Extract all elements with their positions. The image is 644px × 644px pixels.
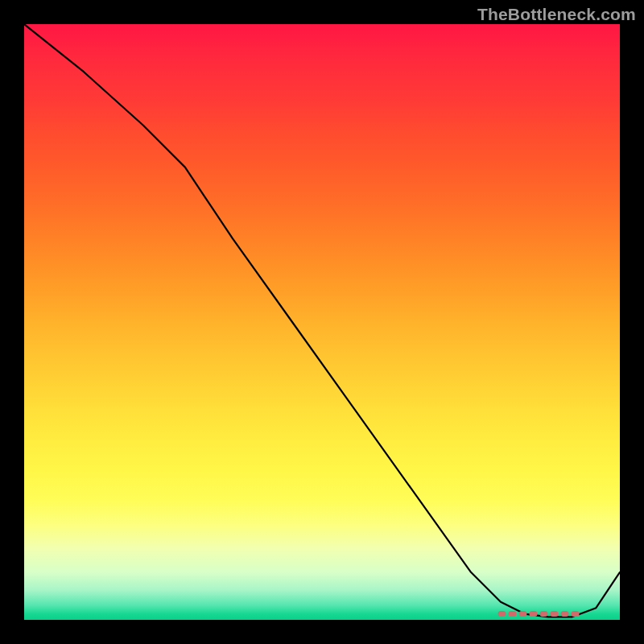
watermark-text: TheBottleneck.com bbox=[477, 5, 636, 24]
plot-area bbox=[24, 24, 620, 620]
bottleneck-curve bbox=[24, 24, 620, 617]
chart-stage: TheBottleneck.com bbox=[0, 0, 644, 644]
curve-layer bbox=[24, 24, 620, 620]
